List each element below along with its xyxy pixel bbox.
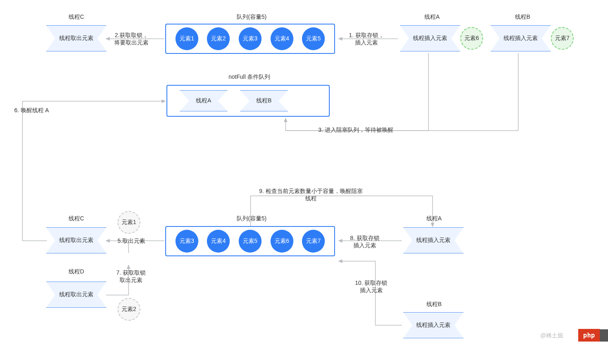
thread-b-box: 线程插入元素 [490, 25, 551, 51]
thread-d-box: 线程取出元素 [46, 282, 107, 308]
thread-a-box: 线程插入元素 [400, 25, 460, 51]
edge6-label: 6. 唤醒线程 A [14, 107, 49, 114]
thread-b2-box-label: 线程插入元素 [416, 322, 450, 329]
thread-b2-box: 线程插入元素 [403, 312, 464, 338]
thread-b-box-label: 线程插入元素 [504, 35, 538, 42]
queue-top: 元素1 元素2 元素3 元素4 元素5 [165, 24, 335, 54]
thread-c-title: 线程C [69, 13, 84, 21]
thread-c2-title: 线程C [69, 215, 84, 222]
queue-bottom-item: 元素5 [239, 230, 262, 253]
thread-d-title: 线程D [69, 268, 84, 275]
thread-d-box-label: 线程取出元素 [59, 291, 93, 298]
thread-b-title: 线程B [515, 13, 530, 21]
queue-top-item: 元素2 [207, 27, 230, 50]
thread-a-box-label: 线程插入元素 [413, 35, 447, 42]
thread-a2-box-label: 线程插入元素 [416, 237, 450, 244]
queue-bottom-item: 元素3 [175, 230, 198, 253]
thread-a-title: 线程A [424, 13, 439, 21]
thread-b-elem: 元素7 [551, 27, 574, 50]
queue-top-item: 元素4 [271, 27, 293, 50]
arrow-layer [0, 0, 608, 364]
edge9-label: 9. 检查当前元素数量小于容量，唤醒阻塞 线程 [259, 188, 363, 202]
watermark: @稀土掘 [540, 332, 563, 340]
queue-top-item: 元素5 [302, 27, 325, 50]
popped-elem-2: 元素2 [118, 298, 140, 321]
diagram-canvas: 线程C 线程取出元素 队列(容量5) 元素1 元素2 元素3 元素4 元素5 线… [0, 0, 608, 364]
edge5-label: 5.取出元素 [118, 237, 145, 245]
php-logo: php [578, 329, 600, 342]
edge1-label: 1. 获取存锁， 插入元素 [349, 32, 384, 47]
thread-a2-box: 线程插入元素 [403, 227, 464, 253]
queue-bottom-item: 元素7 [302, 230, 325, 253]
popped-elem: 元素1 [118, 211, 140, 234]
edge3-label: 3. 进入阻塞队列，等待被唤醒 [318, 127, 393, 134]
thread-b2-title: 线程B [426, 301, 442, 308]
edge2-label: 2.获取取锁， 将要取出元素 [114, 32, 149, 47]
thread-c2-box: 线程取出元素 [46, 227, 107, 253]
queue-bottom-item: 元素4 [207, 230, 230, 253]
queue-bottom: 元素3 元素4 元素5 元素6 元素7 [165, 226, 335, 256]
queue-top-title: 队列(容量5) [237, 13, 266, 21]
cond-title: notFull 条件队列 [229, 73, 270, 81]
thread-c2-box-label: 线程取出元素 [59, 237, 93, 244]
cond-thread: 线程A [180, 90, 228, 111]
thread-c-box: 线程取出元素 [46, 25, 107, 51]
edge10-label: 10. 获取存锁 插入元素 [355, 280, 387, 294]
queue-top-item: 元素1 [175, 27, 198, 50]
queue-top-item: 元素3 [239, 27, 262, 50]
edge7-label: 7. 获取取锁 取出元素 [116, 269, 146, 284]
cond-queue: 线程A 线程B [166, 85, 330, 117]
thread-c-box-label: 线程取出元素 [59, 35, 93, 42]
thread-a2-title: 线程A [426, 215, 442, 222]
edge8-label: 8. 获取存锁 插入元素 [350, 235, 379, 249]
thread-a-elem: 元素6 [460, 27, 483, 50]
cond-thread: 线程B [240, 90, 288, 111]
queue-bottom-item: 元素6 [271, 230, 293, 253]
queue-bottom-title: 队列(容量5) [237, 215, 266, 222]
